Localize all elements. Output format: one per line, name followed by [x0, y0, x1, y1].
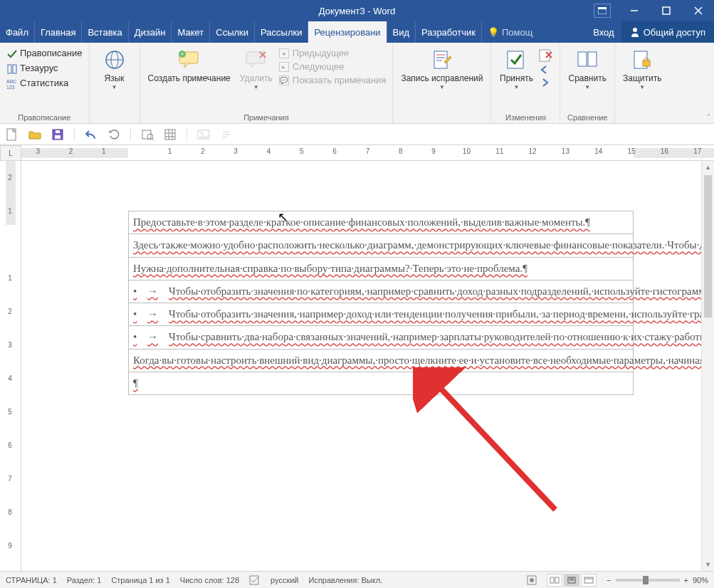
reject-button[interactable] [539, 49, 553, 62]
person-icon [630, 27, 640, 37]
status-section[interactable]: Раздел: 1 [67, 576, 102, 584]
scrollbar-vertical[interactable]: ▲ ▼ [701, 161, 714, 571]
table[interactable]: Предоставьте·в·этом·разделе·краткое·опис… [128, 211, 634, 395]
tab-developer[interactable]: Разработчик [416, 21, 482, 43]
tab-review[interactable]: Рецензировани [308, 21, 387, 43]
svg-rect-1 [598, 7, 607, 9]
track-changes-button[interactable]: Запись исправлений ▼ [397, 45, 487, 93]
statistics-button[interactable]: ABC123Статистика [6, 78, 83, 88]
close-icon[interactable] [682, 0, 714, 21]
tab-layout[interactable]: Макет [172, 21, 210, 43]
zoom-out-icon[interactable]: − [607, 576, 611, 584]
show-comments-button[interactable]: 💬Показать примечания [279, 75, 387, 85]
tab-home[interactable]: Главная [35, 21, 82, 43]
zoom-handle[interactable] [643, 576, 649, 584]
chevron-down-icon: ▼ [439, 84, 445, 90]
status-page-of[interactable]: Страница 1 из 1 [111, 576, 169, 584]
web-layout-icon[interactable] [581, 574, 597, 587]
paragraph[interactable]: Предоставьте·в·этом·разделе·краткое·опис… [133, 216, 590, 228]
status-proof-icon[interactable] [249, 575, 261, 585]
sign-in[interactable]: Вход [586, 21, 621, 43]
svg-text:+: + [180, 51, 184, 58]
svg-rect-7 [8, 65, 11, 73]
status-page[interactable]: СТРАНИЦА: 1 [6, 576, 57, 584]
document-area: 2112345678910 Предоставьте·в·этом·раздел… [0, 161, 714, 571]
protect-button[interactable]: Защитить ▼ [619, 45, 666, 93]
comment-new-icon: + [177, 48, 201, 72]
tab-design[interactable]: Дизайн [129, 21, 172, 43]
list-item[interactable]: Чтобы·сравнить·два·набора·связанных·знач… [169, 329, 714, 345]
tab-view[interactable]: Вид [387, 21, 416, 43]
new-doc-icon[interactable] [6, 128, 19, 141]
next-comment-button[interactable]: ▸Следующее [279, 61, 387, 72]
tab-selector[interactable]: L [0, 145, 21, 161]
print-preview-icon[interactable] [141, 128, 154, 141]
next-change-button[interactable] [539, 78, 553, 88]
paragraph[interactable]: Здесь·также·можно·удобно·расположить·нес… [133, 239, 714, 251]
paragraph-icon[interactable] [220, 128, 233, 141]
compare-button[interactable]: Сравнить ▼ [564, 45, 610, 93]
svg-rect-34 [55, 135, 61, 139]
status-words[interactable]: Число слов: 128 [180, 576, 239, 584]
accept-icon [504, 48, 528, 72]
chevron-down-icon: ▼ [112, 84, 117, 90]
list-item[interactable]: Чтобы·отобразить·значения·по·категориям,… [169, 283, 714, 300]
share-button[interactable]: Общий доступ [621, 21, 714, 43]
svg-rect-8 [13, 65, 16, 73]
zoom-in-icon[interactable]: + [684, 576, 688, 584]
lock-icon [630, 48, 654, 72]
tab-references[interactable]: Ссылки [210, 21, 255, 43]
group-tracking: Запись исправлений ▼ [393, 43, 491, 123]
undo-icon[interactable] [85, 128, 98, 141]
picture-icon[interactable] [197, 128, 210, 141]
spelling-button[interactable]: Правописание [6, 48, 83, 58]
tell-me[interactable]: 💡Помощ [482, 21, 538, 43]
delete-comment-button[interactable]: Удалить ▼ [235, 45, 278, 93]
compare-icon [575, 48, 599, 72]
page-canvas[interactable]: Предоставьте·в·этом·разделе·краткое·опис… [21, 161, 714, 571]
chevron-down-icon: ▼ [584, 84, 590, 90]
svg-rect-24 [508, 51, 523, 68]
status-language[interactable]: русский [271, 576, 298, 584]
status-track[interactable]: Исправления: Выкл. [309, 576, 383, 584]
macro-icon[interactable] [527, 575, 537, 585]
thesaurus-button[interactable]: Тезаурус [6, 63, 83, 73]
zoom-slider[interactable]: − + 90% [607, 576, 708, 584]
group-label: Изменения [495, 112, 556, 123]
paragraph[interactable]: ¶ [133, 377, 138, 389]
svg-rect-53 [550, 577, 554, 583]
redo-icon[interactable] [107, 128, 120, 141]
accept-button[interactable]: Принять ▼ [495, 45, 537, 93]
svg-rect-31 [643, 61, 650, 66]
svg-rect-28 [578, 52, 587, 66]
svg-point-52 [530, 578, 534, 582]
tab-file[interactable]: Файл [0, 21, 35, 43]
zoom-value[interactable]: 90% [693, 576, 708, 584]
new-comment-button[interactable]: + Создать примечание [144, 45, 235, 86]
scroll-thumb[interactable] [704, 175, 712, 317]
list-item[interactable]: Чтобы·отобразить·значения,·например·дохо… [169, 306, 714, 322]
maximize-icon[interactable] [650, 0, 682, 21]
chevron-down-icon: ▼ [514, 84, 520, 90]
tab-insert[interactable]: Вставка [82, 21, 128, 43]
window-title: Документ3 - Word [319, 6, 395, 16]
paragraph[interactable]: Когда·вы·готовы·настроить·внешний·вид·ди… [133, 355, 714, 366]
table-icon[interactable] [164, 128, 177, 141]
paragraph[interactable]: Нужна·дополнительная·справка·по·выбору·т… [133, 263, 527, 274]
scroll-up-icon[interactable]: ▲ [702, 161, 714, 174]
tab-mailings[interactable]: Рассылки [255, 21, 308, 43]
stats-icon: ABC123 [6, 78, 16, 88]
ruler-vertical[interactable]: 2112345678910 [0, 161, 21, 571]
previous-comment-button[interactable]: ◂Предыдущее [279, 48, 387, 58]
save-icon[interactable] [51, 128, 64, 141]
collapse-ribbon-icon[interactable]: ˆ [708, 114, 710, 122]
print-layout-icon[interactable] [564, 574, 579, 587]
open-icon[interactable] [28, 128, 41, 141]
ribbon-options-icon[interactable] [594, 4, 611, 18]
minimize-icon[interactable] [618, 0, 650, 21]
prev-change-button[interactable] [539, 65, 553, 75]
reject-icon [539, 49, 553, 62]
read-mode-icon[interactable] [547, 574, 562, 587]
scroll-down-icon[interactable]: ▼ [702, 558, 714, 571]
language-button[interactable]: Язык ▼ [93, 45, 136, 93]
